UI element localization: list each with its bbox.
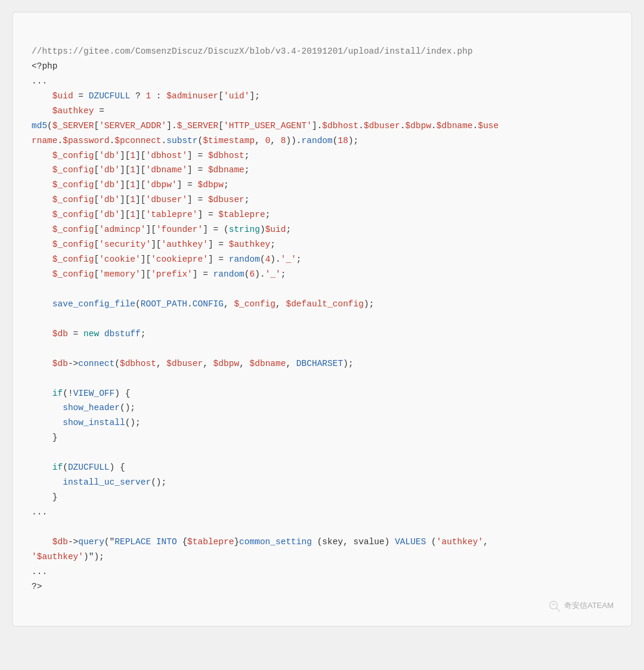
svg-line-1 (556, 607, 560, 611)
code-block: //https://gitee.com/ComsenzDiscuz/Discuz… (32, 29, 612, 609)
code-container: //https://gitee.com/ComsenzDiscuz/Discuz… (12, 12, 632, 626)
watermark-icon (548, 600, 561, 613)
watermark: 奇安信ATEAM (548, 599, 614, 612)
url-comment: //https://gitee.com/ComsenzDiscuz/Discuz… (32, 46, 473, 56)
watermark-text: 奇安信ATEAM (564, 599, 614, 612)
